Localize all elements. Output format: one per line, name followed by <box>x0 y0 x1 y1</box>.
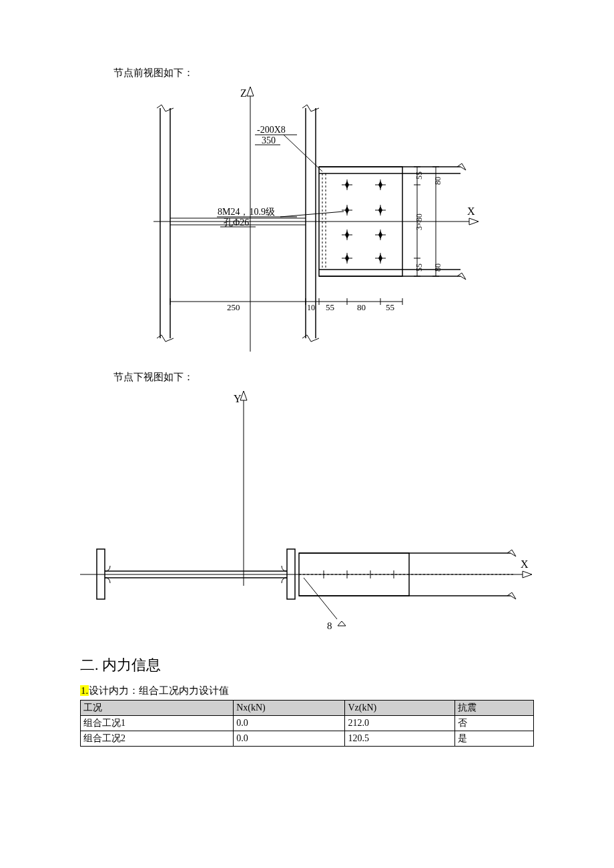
dim-r80-bot: 80 <box>433 264 442 272</box>
cell: 否 <box>455 716 534 731</box>
svg-marker-34 <box>378 231 382 239</box>
dim-r55-top: 55 <box>414 171 424 179</box>
bolt-spec-bot: 孔Φ26 <box>224 218 249 228</box>
svg-marker-79 <box>338 621 346 626</box>
cell: 212.0 <box>345 716 455 731</box>
bottom-view-svg: Y X 8 <box>80 389 534 636</box>
svg-marker-1 <box>247 87 254 96</box>
th-nx: Nx(kN) <box>234 701 345 716</box>
svg-marker-22 <box>378 181 382 189</box>
axis-y-label: Y <box>234 393 242 404</box>
dim-250: 250 <box>227 302 240 312</box>
table-header-row: 工况 Nx(kN) Vz(kN) 抗震 <box>81 701 534 716</box>
svg-line-78 <box>304 578 337 619</box>
bottom-view-diagram: Y X 8 <box>80 389 534 638</box>
axis-x-label-2: X <box>521 558 529 570</box>
svg-marker-3 <box>469 218 479 225</box>
svg-marker-25 <box>345 206 349 214</box>
th-vz: Vz(kN) <box>345 701 455 716</box>
table-row: 组合工况2 0.0 120.5 是 <box>81 731 534 747</box>
th-seismic: 抗震 <box>455 701 534 716</box>
plate-size-top: -200X8 <box>257 125 286 135</box>
plate-size-bot: 350 <box>262 135 276 145</box>
th-case: 工况 <box>81 701 234 716</box>
cell: 组合工况1 <box>81 716 234 731</box>
front-view-caption: 节点前视图如下： <box>113 67 534 79</box>
axis-x-label: X <box>467 205 475 217</box>
cell: 0.0 <box>234 731 345 747</box>
svg-marker-65 <box>523 571 532 578</box>
dim-r55-bot: 55 <box>414 264 424 272</box>
dim-r-3x80: 3×80 <box>414 213 424 230</box>
sub-num: 1. <box>80 685 89 696</box>
dim-80a: 80 <box>357 302 366 312</box>
axis-z-label: Z <box>240 87 247 99</box>
dim-r80-top: 80 <box>433 177 442 185</box>
cell: 120.5 <box>345 731 455 747</box>
cell: 0.0 <box>234 716 345 731</box>
svg-marker-37 <box>345 254 349 262</box>
svg-marker-19 <box>345 181 349 189</box>
cell: 是 <box>455 731 534 747</box>
dim-55b: 55 <box>386 302 394 312</box>
svg-line-44 <box>280 211 344 217</box>
svg-marker-31 <box>345 231 349 239</box>
table-row: 组合工况1 0.0 212.0 否 <box>81 716 534 731</box>
dim-55a: 55 <box>326 302 334 312</box>
front-view-svg: Z X <box>133 85 481 352</box>
bottom-view-caption: 节点下视图如下： <box>113 371 534 384</box>
force-table: 工况 Nx(kN) Vz(kN) 抗震 组合工况1 0.0 212.0 否 组合… <box>80 700 534 747</box>
svg-marker-40 <box>378 254 382 262</box>
svg-marker-28 <box>378 206 382 214</box>
section-heading-forces: 二. 内力信息 <box>80 655 534 675</box>
callout-8: 8 <box>327 620 332 631</box>
bolt-spec-top: 8M24，10.9级 <box>218 207 275 217</box>
sub-heading-design-force: 1.设计内力：组合工况内力设计值 <box>80 685 534 697</box>
dim-10: 10 <box>307 303 315 312</box>
cell: 组合工况2 <box>81 731 234 747</box>
sub-text: 设计内力：组合工况内力设计值 <box>89 685 229 696</box>
front-view-diagram: Z X <box>80 85 534 354</box>
svg-line-41 <box>284 135 322 171</box>
